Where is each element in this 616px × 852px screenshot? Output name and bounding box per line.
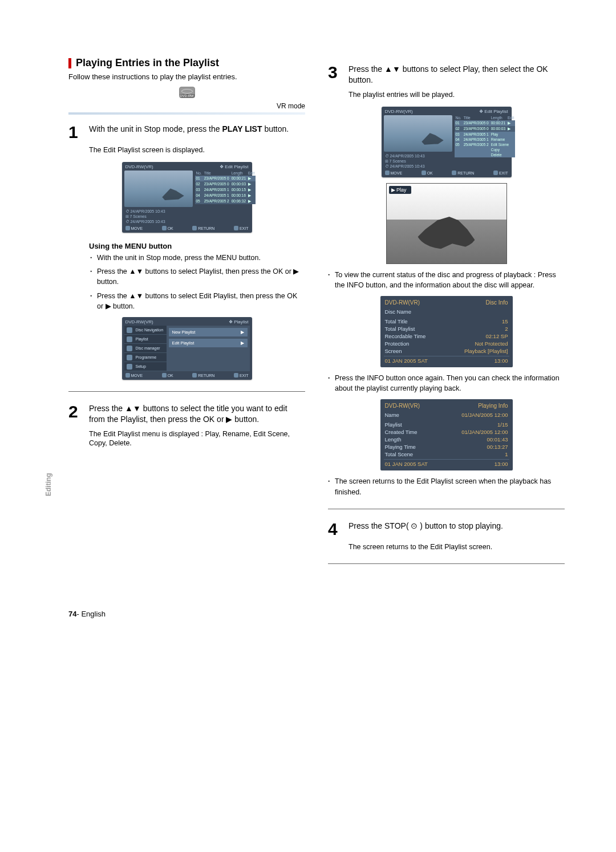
gradient-separator [68,112,305,115]
step-4: 4 Press the STOP( ⊙ ) button to stop pla… [328,521,565,538]
step-num-3: 3 [328,64,342,86]
step-num-2: 2 [68,403,82,425]
step-2: 2 Press the ▲▼ buttons to select the tit… [68,403,305,425]
osd-footer: MOVE OK RETURN EXIT [124,224,250,230]
divider-2 [328,509,565,509]
red-bar-icon [68,58,71,68]
section-title: Playing Entries in the Playlist [68,57,305,69]
col2-bullet-1: To view the current status of the disc a… [328,270,565,290]
osd-disc-label: DVD-RW(VR) [125,164,153,169]
step-num-4: 4 [328,521,342,538]
step-1: 1 With the unit in Stop mode, press the … [68,124,305,141]
step-num-1: 1 [68,124,82,141]
vr-mode-label: VR mode [68,102,305,110]
osd-edit-playlist-ctx: DVD-RW(VR) ❖ Edit Playlist ⏱ 24/APR/2005… [382,107,512,177]
disc-info-box: DVD-RW(VR)Disc Info Disc Name Total Titl… [380,296,513,367]
step-1-button-name: PLAY LIST [222,124,262,133]
osd-playlist-menu: DVD-RW(VR) ❖ Playlist Disc Navigation Pl… [122,317,252,380]
divider [68,391,305,392]
step-2-sub: The Edit Playlist menu is displayed : Pl… [89,429,305,449]
menu-bullet-3: Press the ▲▼ buttons to select Edit Play… [90,291,305,311]
osd-title: ❖ Edit Playlist [220,164,249,169]
page-footer: 74- English [68,610,565,618]
page-lang: English [81,610,106,618]
step-4-text: Press the STOP( ⊙ ) button to stop playi… [348,521,503,538]
section-intro: Follow these instructions to play the pl… [68,72,305,81]
section-title-text: Playing Entries in the Playlist [76,57,219,69]
step-3-sub: The playlist entries will be played. [348,90,565,100]
step-1-sub: The Edit Playlist screen is displayed. [89,145,305,155]
osd-playlist-table: No.TitleLengthEdit 0123/APR/2005 000:00:… [195,171,256,204]
osd-edit-playlist: DVD-RW(VR) ❖ Edit Playlist ⏱ 24/APR/2005… [122,162,252,233]
dvd-icon-label: DVD-RW [180,94,194,98]
osd-thumbnail [124,171,193,207]
using-menu-heading: Using the MENU button [89,242,305,250]
col2-bullet-3: The screen returns to the Edit Playlist … [328,476,565,497]
divider-3 [328,563,565,564]
step-3: 3 Press the ▲▼ buttons to select Play, t… [328,64,565,86]
playback-screenshot: ▶ Play [386,183,507,264]
menu-bullet-list: With the unit in Stop mode, press the ME… [90,253,305,311]
step-3-text: Press the ▲▼ buttons to select Play, the… [348,64,565,86]
menu-bullet-2: Press the ▲▼ buttons to select Playlist,… [90,266,305,287]
step-1-text-post: button. [262,124,289,133]
dvd-rw-icon: DVD-RW [179,87,195,98]
step-1-text-pre: With the unit in Stop mode, press the [89,124,222,133]
menu-bullet-1: With the unit in Stop mode, press the ME… [90,253,305,263]
play-tag: ▶ Play [389,186,411,194]
page-number: 74 [68,610,76,618]
osd-info-block: ⏱ 24/APR/2005 10:43 ⊞ 7 Scenes ⏱ 24/APR/… [124,207,193,224]
playing-info-box: DVD-RW(VR)Playing Info Name01/JAN/2005 1… [380,399,513,470]
col2-bullet-2: Press the INFO button once again. Then y… [328,373,565,393]
side-tab-editing: Editing [44,473,52,496]
step-4-sub: The screen returns to the Edit Playlist … [348,542,565,552]
step-2-text: Press the ▲▼ buttons to select the title… [89,403,305,425]
step-1-text: With the unit in Stop mode, press the PL… [89,124,289,141]
